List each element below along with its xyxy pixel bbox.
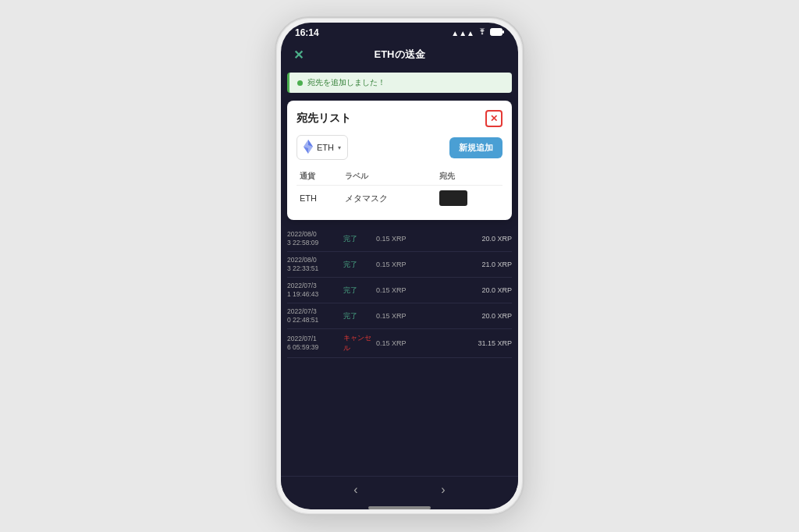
success-message: 宛先を追加しました！ [307, 77, 385, 88]
phone-screen: 16:14 ▲▲▲ ✕ [281, 23, 518, 509]
tx-date: 2022/07/31 19:46:43 [287, 282, 340, 299]
chevron-down-icon: ▾ [338, 144, 341, 151]
add-new-button[interactable]: 新規追加 [449, 137, 502, 158]
row-label: メタマスク [342, 186, 436, 211]
tx-fee: 0.15 XRP [376, 286, 410, 294]
status-bar: 16:14 ▲▲▲ [281, 23, 518, 41]
row-currency: ETH [297, 186, 342, 211]
tx-amount: 20.0 XRP [414, 286, 512, 294]
tx-date: 2022/07/16 05:59:39 [287, 335, 340, 352]
modal-header: 宛先リスト ✕ [297, 110, 502, 127]
tx-date: 2022/08/03 22:58:09 [287, 230, 340, 247]
signal-icon: ▲▲▲ [451, 29, 474, 37]
row-address [436, 186, 502, 211]
battery-icon [490, 28, 504, 37]
app-header: ✕ ETHの送金 [281, 41, 518, 68]
eth-diamond-icon [304, 140, 313, 155]
tx-row-3: 2022/07/31 19:46:43 完了 0.15 XRP 20.0 XRP [287, 278, 512, 303]
tx-status: キャンセル [343, 333, 373, 353]
tx-date: 2022/08/03 22:33:51 [287, 256, 340, 273]
tx-row-4: 2022/07/30 22:48:51 完了 0.15 XRP 20.0 XRP [287, 303, 512, 329]
destination-table: 通貨 ラベル 宛先 ETH メタマスク [297, 168, 502, 211]
close-button[interactable]: ✕ [293, 48, 304, 62]
back-arrow-button[interactable]: ‹ [353, 483, 357, 497]
tx-status: 完了 [343, 286, 373, 296]
col-header-currency: 通貨 [297, 168, 342, 186]
tx-status: 完了 [343, 234, 373, 244]
page-title: ETHの送金 [375, 48, 425, 62]
tx-fee: 0.15 XRP [376, 235, 410, 243]
tx-amount: 21.0 XRP [414, 261, 512, 268]
token-label: ETH [317, 143, 334, 152]
svg-rect-1 [502, 30, 504, 34]
tx-amount: 20.0 XRP [414, 235, 512, 243]
tx-fee: 0.15 XRP [376, 261, 410, 268]
tx-amount: 20.0 XRP [414, 312, 512, 320]
close-x-icon: ✕ [490, 113, 498, 124]
phone-frame: 16:14 ▲▲▲ ✕ [275, 16, 524, 516]
status-time: 16:14 [295, 27, 319, 38]
home-indicator [368, 506, 431, 509]
forward-arrow-button[interactable]: › [441, 483, 445, 497]
transaction-list: 2022/08/03 22:58:09 完了 0.15 XRP 20.0 XRP… [281, 223, 518, 476]
svg-rect-0 [491, 29, 502, 36]
token-selector[interactable]: ETH ▾ [297, 135, 348, 160]
wifi-icon [478, 28, 487, 37]
bottom-nav: ‹ › [281, 476, 518, 503]
modal-close-button[interactable]: ✕ [485, 110, 502, 127]
col-header-label: ラベル [342, 168, 436, 186]
success-dot-icon [297, 80, 303, 86]
status-icons: ▲▲▲ [451, 28, 504, 37]
tx-row-5: 2022/07/16 05:59:39 キャンセル 0.15 XRP 31.15… [287, 329, 512, 358]
tx-date: 2022/07/30 22:48:51 [287, 307, 340, 325]
tx-fee: 0.15 XRP [376, 312, 410, 320]
tx-amount: 31.15 XRP [414, 339, 512, 347]
app-content: 宛先を追加しました！ 宛先リスト ✕ [281, 68, 518, 509]
col-header-address: 宛先 [436, 168, 502, 186]
token-selector-row: ETH ▾ 新規追加 [297, 135, 502, 160]
modal-title: 宛先リスト [297, 112, 351, 126]
tx-status: 完了 [343, 260, 373, 270]
table-row: ETH メタマスク [297, 186, 502, 211]
tx-row-2: 2022/08/03 22:33:51 完了 0.15 XRP 21.0 XRP [287, 252, 512, 278]
tx-status: 完了 [343, 311, 373, 321]
success-banner: 宛先を追加しました！ [287, 73, 512, 93]
tx-row-1: 2022/08/03 22:58:09 完了 0.15 XRP 20.0 XRP [287, 226, 512, 252]
destination-list-modal: 宛先リスト ✕ [287, 101, 512, 220]
address-block [439, 190, 467, 206]
tx-fee: 0.15 XRP [376, 339, 410, 347]
